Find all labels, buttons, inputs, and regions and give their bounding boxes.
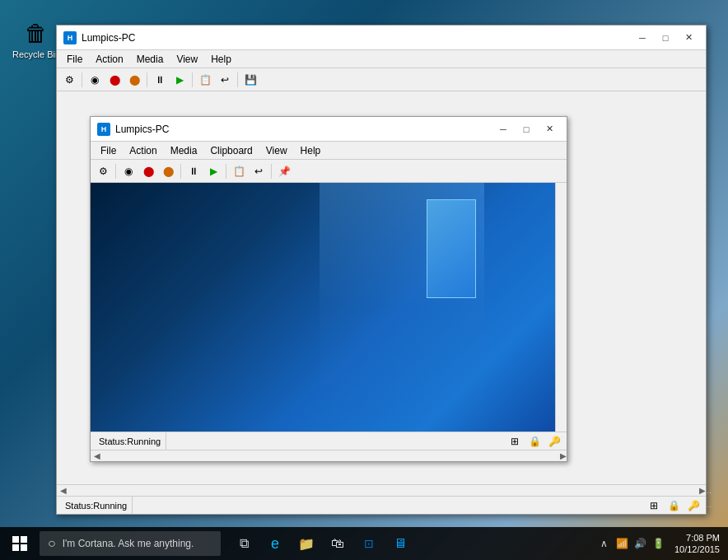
clock-date: 10/12/2015 [674, 544, 720, 555]
inner-status-icon1[interactable]: ⊞ [506, 432, 524, 450]
outer-tb-pause[interactable]: ⏸ [151, 71, 169, 89]
outer-scrollbar-horizontal[interactable]: ◀ ▶ [57, 484, 706, 496]
outer-menu-media[interactable]: Media [130, 52, 170, 67]
inner-tb-pause[interactable]: ⏸ [184, 162, 203, 180]
inner-tb-sep1 [115, 164, 116, 179]
outer-tb-stop[interactable]: ⬤ [105, 71, 124, 89]
inner-menu-action[interactable]: Action [123, 143, 163, 158]
inner-toolbar: ⚙ ◉ ⬤ ⬤ ⏸ ▶ 📋 ↩ 📌 [91, 160, 567, 183]
outer-menu-view[interactable]: View [170, 52, 204, 67]
inner-tb-clipboard[interactable]: 📋 [230, 162, 248, 180]
vm-scrollbar-vertical[interactable] [555, 183, 567, 432]
outer-status-section: Status: Running [60, 497, 133, 514]
inner-tb-play[interactable]: ▶ [204, 162, 222, 180]
inner-status-label: Status: [99, 436, 127, 446]
main-vm-icon[interactable]: 🖥 [385, 527, 415, 560]
main-explorer-icon[interactable]: 📁 [292, 527, 321, 560]
outer-tb-sep4 [237, 72, 238, 87]
recycle-bin[interactable]: 🗑 Recycle Bin [12, 16, 61, 59]
system-clock[interactable]: 7:08 PM 10/12/2015 [670, 530, 725, 558]
svg-rect-6 [12, 544, 19, 551]
vm-wallpaper [91, 183, 567, 432]
main-edge-icon[interactable]: e [260, 527, 290, 560]
outer-tb-new[interactable]: ◉ [86, 71, 104, 89]
recycle-bin-label: Recycle Bin [12, 49, 60, 59]
tray-volume-icon[interactable]: 🔊 [633, 536, 648, 551]
inner-window-controls: ─ □ ✕ [492, 121, 560, 138]
clock-time: 7:08 PM [674, 532, 720, 544]
outer-titlebar: H Lumpics-PC ─ □ ✕ [57, 26, 706, 50]
main-cortana-bar[interactable]: ○ I'm Cortana. Ask me anything. [40, 531, 221, 556]
outer-minimize-button[interactable]: ─ [632, 30, 653, 46]
inner-menu-help[interactable]: Help [294, 143, 328, 158]
outer-status-icon2[interactable]: 🔒 [665, 497, 683, 515]
outer-status-label: Status: [65, 501, 93, 511]
inner-minimize-button[interactable]: ─ [492, 121, 514, 138]
main-taskbar: ○ I'm Cortana. Ask me anything. ⧉ e 📁 🛍 … [0, 527, 728, 560]
outer-toolbar: ⚙ ◉ ⬤ ⬤ ⏸ ▶ 📋 ↩ 💾 [57, 68, 706, 91]
outer-tb-undo[interactable]: ↩ [216, 71, 234, 89]
main-cortana-text: I'm Cortana. Ask me anything. [63, 538, 194, 549]
inner-status-section: Status: Running [94, 432, 166, 450]
main-start-button[interactable] [3, 527, 36, 560]
main-task-view-icon[interactable]: ⧉ [229, 527, 259, 560]
inner-status-icon2[interactable]: 🔒 [525, 432, 544, 450]
outer-app-icon: H [63, 31, 77, 44]
tray-chevron-icon[interactable]: ∧ [597, 536, 612, 551]
outer-menubar: File Action Media View Help [57, 50, 706, 68]
inner-menu-clipboard[interactable]: Clipboard [203, 143, 259, 158]
outer-tb-settings[interactable]: ⚙ [60, 71, 78, 89]
outer-statusbar: Status: Running ⊞ 🔒 🔑 [57, 496, 706, 514]
recycle-bin-icon: 🗑 [20, 16, 53, 49]
desktop: 🗑 Recycle Bin Windows 10 Enterprise In..… [0, 0, 728, 560]
inner-tb-undo[interactable]: ↩ [250, 162, 268, 180]
svg-rect-4 [12, 536, 19, 543]
inner-menu-file[interactable]: File [94, 143, 123, 158]
outer-window-title: Lumpics-PC [82, 32, 632, 44]
outer-window-controls: ─ □ ✕ [632, 30, 699, 46]
inner-close-button[interactable]: ✕ [539, 121, 560, 138]
outer-menu-action[interactable]: Action [89, 52, 129, 67]
inner-menubar: File Action Media Clipboard View Help [91, 142, 567, 160]
svg-rect-5 [21, 536, 27, 543]
inner-menu-view[interactable]: View [259, 143, 294, 158]
inner-maximize-button[interactable]: □ [516, 121, 537, 138]
main-store-icon[interactable]: 🛍 [323, 527, 352, 560]
outer-menu-file[interactable]: File [60, 52, 89, 67]
outer-content-area: H Lumpics-PC ─ □ ✕ File Action Media Cli… [57, 91, 706, 484]
inner-tb-new[interactable]: ◉ [119, 162, 138, 180]
outer-status-icon3[interactable]: 🔑 [684, 497, 702, 515]
inner-app-icon: H [97, 123, 110, 136]
inner-tb-stop[interactable]: ⬤ [139, 162, 157, 180]
inner-scrollbar-horizontal[interactable]: ◀ ▶ [91, 450, 567, 461]
inner-menu-media[interactable]: Media [164, 143, 204, 158]
outer-close-button[interactable]: ✕ [678, 30, 699, 46]
inner-tb-sep2 [180, 164, 181, 179]
outer-hyperv-window: H Lumpics-PC ─ □ ✕ File Action Media Vie… [56, 25, 707, 515]
inner-titlebar: H Lumpics-PC ─ □ ✕ [91, 117, 567, 142]
tray-network-icon[interactable]: 📶 [615, 536, 630, 551]
vm-glow-rect [427, 199, 476, 298]
inner-status-icon3[interactable]: 🔑 [545, 432, 563, 450]
inner-window-title: Lumpics-PC [115, 124, 492, 135]
inner-tb-settings[interactable]: ⚙ [94, 162, 112, 180]
svg-rect-7 [21, 544, 27, 551]
outer-tb-snapshot[interactable]: 💾 [241, 71, 259, 89]
inner-status-icons: ⊞ 🔒 🔑 [506, 432, 563, 450]
main-hyperv-icon[interactable]: ⊡ [354, 527, 384, 560]
inner-status-value: Running [127, 436, 161, 446]
main-taskbar-icons: ⧉ e 📁 🛍 ⊡ 🖥 [229, 527, 415, 560]
outer-tb-sep2 [147, 72, 147, 87]
inner-tb-save[interactable]: ⬤ [159, 162, 177, 180]
tray-battery-icon[interactable]: 🔋 [651, 536, 666, 551]
outer-tb-sep3 [192, 72, 193, 87]
outer-maximize-button[interactable]: □ [655, 30, 676, 46]
outer-status-icon1[interactable]: ⊞ [645, 497, 663, 515]
inner-tb-pin[interactable]: 📌 [275, 162, 293, 180]
vm-display: ○ I'm Cortana. Ask me anything. ⧉ e 📁 🛍 [91, 183, 567, 432]
outer-tb-play[interactable]: ▶ [170, 71, 189, 89]
outer-menu-help[interactable]: Help [204, 52, 238, 67]
outer-tb-save[interactable]: ⬤ [125, 71, 143, 89]
inner-hyperv-window: H Lumpics-PC ─ □ ✕ File Action Media Cli… [90, 116, 567, 462]
outer-tb-clipboard[interactable]: 📋 [196, 71, 214, 89]
